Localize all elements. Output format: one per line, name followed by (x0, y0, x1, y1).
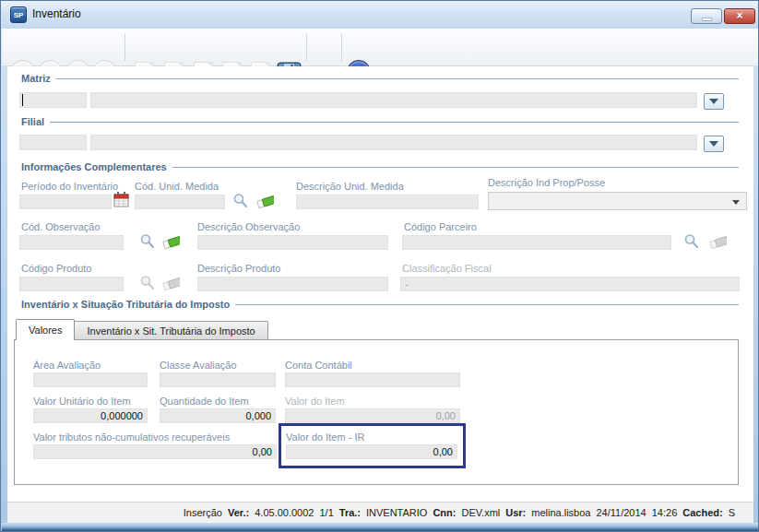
status-connection-label: Cnn: (433, 507, 456, 518)
cod-observacao-label: Cód. Observação (21, 221, 101, 232)
classe-avaliacao-input[interactable] (160, 372, 276, 387)
titlebar: SP Inventário × (1, 1, 758, 29)
statusbar: Inserção Ver.: 4.05.00.0002 1/1 Tra.: IN… (7, 502, 753, 523)
cod-unid-medida-label: Cód. Unid. Medida (135, 181, 219, 192)
tab-bar: Valores Inventário x Sit. Tributária do … (16, 319, 268, 340)
desc-unid-medida-label: Descrição Unid. Medida (296, 181, 404, 192)
valor-item-ir-input[interactable]: 0,00 (286, 444, 457, 459)
cod-unid-medida-input[interactable] (135, 195, 225, 209)
window-bottom-border (2, 523, 759, 532)
filial-group-header: Filial (21, 116, 739, 127)
tab-valores[interactable]: Valores (16, 319, 75, 340)
toolbar: * × (2, 29, 759, 66)
valor-unitario-label: Valor Unitário do Item (33, 396, 131, 407)
search-icon-disabled[interactable] (139, 275, 158, 291)
eraser-icon-disabled[interactable] (161, 276, 180, 292)
app-icon: SP (10, 6, 27, 23)
toolbar-separator (306, 34, 307, 61)
group-rule (235, 304, 739, 305)
status-user-label: Usr: (505, 507, 526, 518)
codigo-produto-input[interactable] (19, 277, 124, 291)
codigo-parceiro-label: Código Parceiro (404, 221, 477, 232)
group-rule (56, 78, 739, 79)
conta-contabil-label: Conta Contábil (285, 360, 352, 371)
toolbar-separator (341, 34, 342, 61)
search-icon[interactable] (139, 233, 158, 250)
eraser-icon-disabled[interactable] (708, 234, 727, 251)
area-avaliacao-label: Área Avaliação (33, 360, 101, 371)
window-title: Inventário (32, 7, 81, 20)
close-button[interactable]: × (724, 8, 755, 24)
desc-unid-medida-input[interactable] (296, 195, 479, 209)
valor-item-field: 0,00 (285, 408, 460, 423)
app-badge: SP (14, 11, 24, 19)
desc-produto-input[interactable] (197, 277, 388, 291)
valor-unitario-input[interactable]: 0,000000 (33, 408, 148, 423)
desc-observacao-input[interactable] (197, 235, 388, 250)
filial-dropdown-button[interactable] (704, 136, 724, 152)
eraser-icon[interactable] (255, 194, 274, 210)
codigo-parceiro-input[interactable] (402, 235, 671, 250)
matriz-group-label: Matriz (21, 73, 51, 84)
filial-description-input[interactable] (90, 135, 697, 150)
status-connection: DEV.xml (461, 507, 500, 518)
inventario-window: SP Inventário × * × (0, 0, 759, 532)
valor-item-ir-label: Valor do Item - IR (286, 432, 364, 443)
valor-item-label: Valor do Item (285, 396, 345, 407)
conta-contabil-input[interactable] (285, 372, 460, 387)
matriz-description-input[interactable] (90, 92, 697, 108)
status-date: 24/11/2014 (596, 507, 646, 518)
matriz-group-header: Matriz (21, 73, 739, 84)
status-transaction: INVENTARIO (366, 507, 427, 518)
form-content: Matriz Filial Informações Complementares… (7, 66, 753, 502)
valores-tab-panel: Área Avaliação Classe Avaliação Conta Co… (14, 339, 739, 485)
codigo-produto-label: Código Produto (21, 263, 91, 274)
eraser-icon[interactable] (161, 234, 180, 251)
cod-observacao-input[interactable] (19, 235, 124, 250)
status-version: 4.05.00.0002 (255, 507, 314, 518)
class-fiscal-label: Classificação Fiscal (402, 263, 492, 274)
valor-tributos-input[interactable]: 0,00 (33, 444, 277, 459)
class-fiscal-field: - (400, 277, 740, 291)
status-mode: Inserção (184, 507, 222, 518)
desc-produto-label: Descrição Produto (197, 263, 281, 274)
text-caret (22, 94, 23, 106)
periodo-input[interactable] (19, 195, 112, 209)
info-group-label: Informações Complementares (21, 161, 167, 172)
ind-prop-posse-select[interactable] (488, 192, 747, 210)
filial-code-input[interactable] (19, 135, 87, 150)
group-rule (172, 167, 739, 168)
status-user: melina.lisboa (531, 507, 590, 518)
area-avaliacao-input[interactable] (33, 372, 148, 387)
status-record-count: 1/1 (319, 507, 333, 518)
group-rule (50, 122, 739, 123)
chevron-down-icon (732, 200, 740, 205)
status-time: 14:26 (652, 507, 678, 518)
matriz-dropdown-button[interactable] (704, 93, 724, 110)
filial-group-label: Filial (21, 116, 44, 127)
status-cached-label: Cached: (682, 507, 722, 518)
search-icon[interactable] (232, 193, 251, 209)
tab-inventario-sit-tributaria[interactable]: Inventário x Sit. Tributária do Imposto (75, 321, 267, 340)
calendar-icon[interactable] (113, 192, 132, 208)
chevron-down-icon (709, 141, 718, 147)
status-transaction-label: Tra.: (339, 507, 361, 518)
quantidade-label: Quantidade do Item (160, 396, 249, 407)
minimize-button[interactable] (691, 8, 722, 24)
classe-avaliacao-label: Classe Avaliação (160, 360, 237, 371)
quantidade-input[interactable]: 0,000 (160, 408, 276, 423)
desc-observacao-label: Descrição Observação (197, 221, 300, 232)
search-icon[interactable] (683, 233, 702, 250)
status-cached: S (729, 507, 735, 518)
close-icon: × (736, 9, 742, 22)
periodo-label: Período do Inventário (21, 181, 118, 192)
valor-tributos-label: Valor tributos não-cumulativos recuperáv… (33, 432, 230, 443)
matriz-code-input[interactable] (19, 92, 87, 108)
toolbar-separator (125, 34, 125, 61)
inventario-group-header: Inventário x Situação Tributária do Impo… (21, 299, 739, 310)
ind-prop-posse-label: Descrição Ind Prop/Posse (488, 177, 605, 188)
inventario-group-label: Inventário x Situação Tributária do Impo… (21, 299, 230, 310)
chevron-down-icon (709, 99, 718, 104)
status-version-label: Ver.: (228, 507, 249, 518)
info-group-header: Informações Complementares (21, 161, 739, 172)
